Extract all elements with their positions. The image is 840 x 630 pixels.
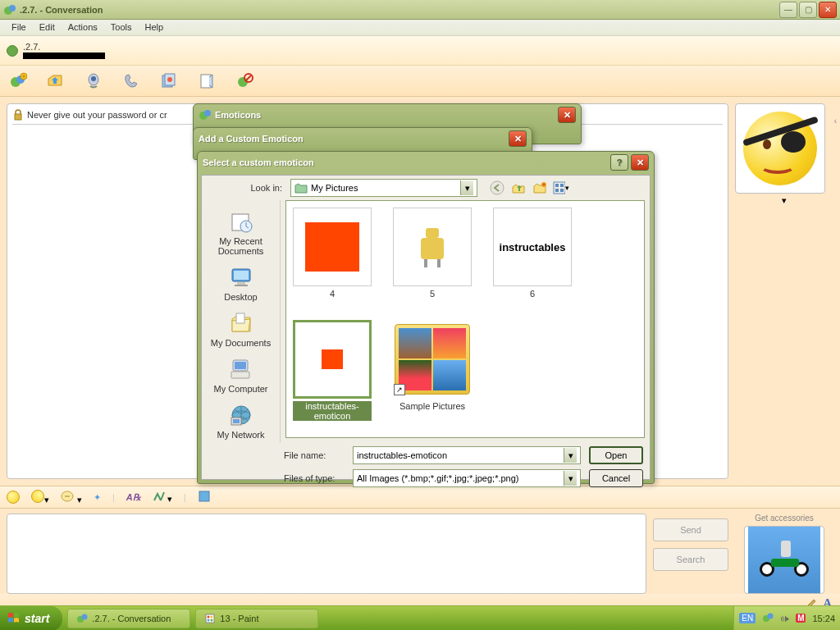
task-paint[interactable]: 13 - Paint bbox=[195, 609, 318, 628]
back-icon[interactable] bbox=[489, 180, 505, 196]
chevron-left-icon[interactable]: ‹ bbox=[834, 116, 837, 126]
svg-point-43 bbox=[211, 615, 213, 618]
windows-icon bbox=[7, 611, 21, 626]
tray-clock[interactable]: 15:24 bbox=[812, 614, 835, 623]
file-thumb-4[interactable]: 4 bbox=[293, 208, 372, 299]
svg-rect-38 bbox=[233, 419, 240, 423]
call-icon[interactable] bbox=[121, 71, 141, 91]
status-icon bbox=[7, 45, 18, 57]
filename-input[interactable]: instructables-emoticon▾ bbox=[353, 446, 581, 464]
maximize-button[interactable]: ▢ bbox=[799, 2, 817, 18]
file-thumb-selected[interactable]: instructables-emoticon bbox=[293, 320, 372, 421]
block-icon[interactable] bbox=[235, 71, 254, 91]
games-icon[interactable] bbox=[197, 71, 217, 91]
place-mydocs[interactable]: My Documents bbox=[203, 307, 279, 351]
file-dialog-close-button[interactable]: ✕ bbox=[631, 154, 649, 171]
filetype-select[interactable]: All Images (*.bmp;*.gif;*.jpg;*.jpeg;*.p… bbox=[353, 469, 581, 487]
place-network[interactable]: My Network bbox=[203, 399, 279, 443]
svg-rect-41 bbox=[206, 614, 214, 623]
file-dialog: Select a custom emoticon ? ✕ Look in: My… bbox=[197, 151, 655, 484]
menu-tools[interactable]: Tools bbox=[104, 20, 139, 35]
warning-text: Never give out your password or cr bbox=[27, 110, 167, 120]
menu-help[interactable]: Help bbox=[138, 20, 170, 35]
svg-point-18 bbox=[491, 181, 504, 194]
nudge-icon[interactable]: ✦ bbox=[94, 492, 101, 503]
svg-rect-22 bbox=[560, 184, 564, 187]
svg-point-42 bbox=[208, 615, 210, 618]
send-button[interactable]: Send bbox=[653, 518, 728, 541]
menu-edit[interactable]: Edit bbox=[33, 20, 62, 35]
emoticons-close-button[interactable]: ✕ bbox=[558, 107, 576, 123]
svg-point-6 bbox=[91, 76, 96, 81]
menubar: File Edit Actions Tools Help bbox=[0, 20, 840, 36]
up-icon[interactable] bbox=[510, 180, 527, 196]
close-button[interactable]: ✕ bbox=[819, 2, 837, 18]
file-dialog-title: Select a custom emoticon bbox=[203, 158, 314, 167]
chevron-down-icon[interactable]: ▾ bbox=[460, 180, 473, 195]
avatar-dropdown[interactable]: ▾ bbox=[735, 194, 833, 207]
background-icon[interactable]: ▾ bbox=[153, 491, 172, 504]
accessories-label: Get accessories bbox=[735, 514, 833, 523]
contact-name: .2.7. bbox=[23, 42, 105, 52]
taskbar: start .2.7. - Conversation 13 - Paint EN… bbox=[0, 605, 840, 630]
file-thumb-5[interactable]: 5 bbox=[393, 208, 472, 299]
lang-indicator[interactable]: EN bbox=[739, 613, 756, 623]
my-avatar[interactable] bbox=[744, 526, 824, 594]
svg-rect-30 bbox=[235, 285, 248, 286]
activities-icon[interactable] bbox=[159, 71, 179, 91]
svg-point-1 bbox=[9, 5, 16, 11]
place-mycomputer[interactable]: My Computer bbox=[203, 353, 279, 397]
views-icon[interactable]: ▾ bbox=[553, 180, 569, 196]
file-thumb-sample-pictures[interactable]: ↗ Sample Pictures bbox=[393, 320, 472, 421]
place-recent[interactable]: My Recent Documents bbox=[203, 205, 279, 259]
font-icon[interactable]: A℞ bbox=[126, 492, 141, 503]
contact-sub-redacted bbox=[23, 52, 105, 59]
contact-avatar[interactable] bbox=[735, 103, 825, 194]
svg-rect-33 bbox=[235, 362, 246, 369]
file-dialog-help-button[interactable]: ? bbox=[610, 154, 628, 171]
svg-rect-21 bbox=[555, 184, 559, 187]
emoticon-icon[interactable] bbox=[7, 491, 20, 504]
lookin-label: Look in: bbox=[208, 183, 285, 193]
minimize-button[interactable]: — bbox=[779, 2, 797, 18]
filetype-label: Files of type: bbox=[284, 473, 345, 483]
svg-rect-24 bbox=[560, 189, 564, 192]
open-button[interactable]: Open bbox=[589, 446, 643, 464]
start-button[interactable]: start bbox=[0, 606, 62, 631]
file-area[interactable]: 4 5 instructables 6 instructables-emotic… bbox=[285, 200, 645, 438]
message-input[interactable] bbox=[7, 514, 646, 594]
lookin-select[interactable]: My Pictures ▾ bbox=[290, 179, 477, 197]
new-folder-icon[interactable] bbox=[532, 180, 548, 196]
svg-rect-31 bbox=[236, 313, 244, 323]
lock-icon bbox=[12, 109, 24, 121]
titlebar: .2.7. - Conversation — ▢ ✕ bbox=[0, 0, 840, 20]
app-icon bbox=[3, 3, 16, 16]
cancel-button[interactable]: Cancel bbox=[589, 469, 643, 487]
file-thumb-6[interactable]: instructables 6 bbox=[493, 208, 572, 299]
svg-rect-29 bbox=[237, 282, 245, 285]
svg-rect-13 bbox=[15, 114, 21, 120]
svg-point-40 bbox=[82, 614, 88, 619]
place-desktop[interactable]: Desktop bbox=[203, 261, 279, 305]
menu-actions[interactable]: Actions bbox=[62, 20, 104, 35]
svg-point-45 bbox=[211, 619, 213, 621]
invite-icon[interactable] bbox=[8, 71, 28, 91]
wink-icon[interactable]: ▾ bbox=[31, 490, 49, 505]
tray-msn-icon[interactable] bbox=[762, 612, 774, 625]
contact-band: .2.7. bbox=[0, 36, 840, 66]
task-conversation[interactable]: .2.7. - Conversation bbox=[67, 609, 190, 628]
svg-point-47 bbox=[768, 613, 774, 619]
webcam-icon[interactable] bbox=[84, 71, 103, 91]
lookin-value: My Pictures bbox=[311, 183, 358, 193]
menu-file[interactable]: File bbox=[5, 20, 33, 35]
tray-av-icon[interactable]: M bbox=[796, 614, 806, 623]
compose-area: Send Search Get accessories bbox=[0, 509, 840, 594]
toolbar bbox=[0, 66, 840, 97]
voice-clip-icon[interactable]: ▾ bbox=[61, 490, 82, 505]
share-files-icon[interactable] bbox=[46, 71, 66, 91]
window-title: .2.7. - Conversation bbox=[20, 5, 779, 15]
tray-sound-icon[interactable]: 🕪 bbox=[780, 614, 789, 623]
places-bar: My Recent Documents Desktop My Documents… bbox=[202, 200, 281, 443]
search-button[interactable]: Search bbox=[653, 548, 728, 571]
add-custom-close-button[interactable]: ✕ bbox=[509, 130, 527, 147]
